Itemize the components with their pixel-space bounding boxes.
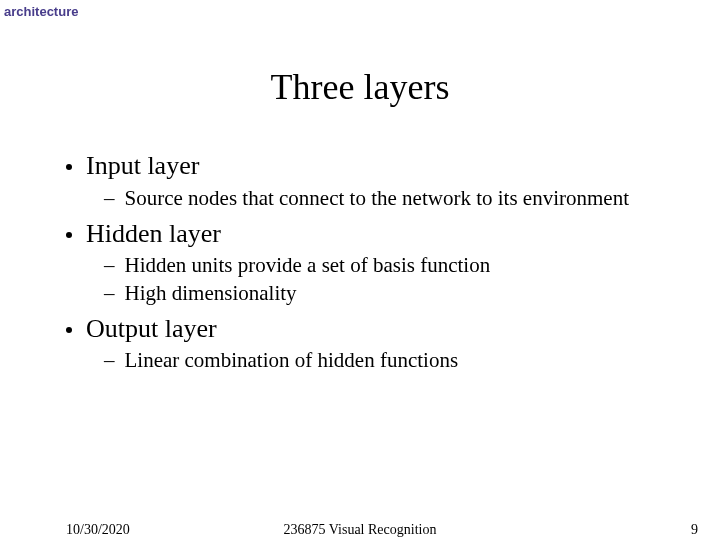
dash-icon: –	[104, 185, 115, 212]
bullet-text: Hidden layer	[86, 218, 221, 251]
slide-content: Input layer – Source nodes that connect …	[66, 150, 666, 375]
dash-icon: –	[104, 347, 115, 374]
sub-text: Hidden units provide a set of basis func…	[125, 252, 491, 279]
sub-item: – High dimensionality	[104, 280, 666, 307]
sub-item: – Hidden units provide a set of basis fu…	[104, 252, 666, 279]
header-label: architecture	[4, 4, 78, 19]
footer-page-number: 9	[691, 522, 698, 538]
footer-course: 236875 Visual Recognition	[0, 522, 720, 538]
bullet-text: Input layer	[86, 150, 199, 183]
sub-text: Source nodes that connect to the network…	[125, 185, 629, 212]
bullet-icon	[66, 164, 72, 170]
bullet-icon	[66, 232, 72, 238]
bullet-icon	[66, 327, 72, 333]
bullet-text: Output layer	[86, 313, 217, 346]
bullet-item: Input layer	[66, 150, 666, 183]
sub-text: High dimensionality	[125, 280, 297, 307]
sub-item: – Linear combination of hidden functions	[104, 347, 666, 374]
dash-icon: –	[104, 252, 115, 279]
slide-title: Three layers	[0, 66, 720, 108]
sub-item: – Source nodes that connect to the netwo…	[104, 185, 666, 212]
bullet-item: Hidden layer	[66, 218, 666, 251]
dash-icon: –	[104, 280, 115, 307]
sub-text: Linear combination of hidden functions	[125, 347, 459, 374]
bullet-item: Output layer	[66, 313, 666, 346]
